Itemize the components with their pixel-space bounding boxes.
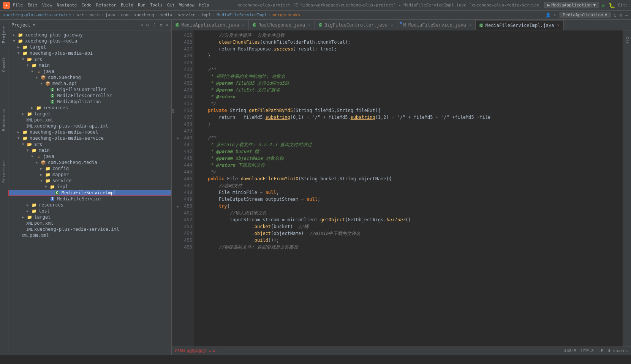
tab-RestResponse[interactable]: C RestResponse.java ✕ (249, 20, 315, 30)
sidebar-icon-close[interactable]: ✕ (166, 22, 168, 28)
sidebar-icon-locate[interactable]: ⊕ (141, 22, 143, 28)
code-line-453: .bucket(bucket) //桶 (197, 223, 620, 230)
tree-item-MediaFileServiceImpl[interactable]: CMediaFileServiceImpl (8, 190, 171, 196)
sidebar-icon-collapse[interactable]: ⊟ (146, 22, 149, 28)
tree-item-impl[interactable]: ▼📁impl (8, 184, 171, 190)
tree-item-resources1[interactable]: ▶📁resources (8, 105, 171, 111)
tree-item-iml2[interactable]: IMLxuecheng-plus-media-service.iml (8, 226, 171, 232)
menu-edit[interactable]: Edit (28, 3, 38, 8)
tree-item-main1[interactable]: ▼📁main (8, 62, 171, 68)
menu-bar[interactable]: FileEditViewNavigateCodeRefactorBuildRun… (13, 3, 209, 8)
tree-item-media-model[interactable]: ▶📁xuecheng-plus-media-model (8, 129, 171, 135)
menu-git[interactable]: Git (167, 3, 175, 8)
menu-refactor[interactable]: Refactor (96, 3, 116, 8)
tree-item-config[interactable]: ▶📁config (8, 165, 171, 172)
tree-item-resources2[interactable]: ▶📁resources (8, 202, 171, 208)
code-line-444: * @return 下载后的文件 (197, 162, 620, 169)
tree-item-MediaFileService[interactable]: IMediaFileService (8, 196, 171, 202)
tree-label-MediaFileService: MediaFileService (57, 196, 101, 202)
tab-MediaFileServiceImpl[interactable]: C MediaFileServiceImpl.java ✕ (476, 20, 564, 30)
menu-file[interactable]: File (13, 3, 23, 8)
run-config[interactable]: ▶MediaApplication▼ (544, 2, 599, 8)
tree-item-com-xuecheng-media[interactable]: ▼📦com.xuecheng.media (8, 159, 171, 165)
tree-item-MediaApplication[interactable]: CMediaApplication (8, 99, 171, 105)
bc-class[interactable]: MediaFileServiceImpl (217, 13, 267, 17)
tree-item-media[interactable]: ▼📁xuecheng-plus-media (8, 38, 171, 44)
toolbar-more[interactable]: ⋯ (625, 13, 628, 18)
sidebar-tree: ▶📁xuecheng-plus-gateway▼📁xuecheng-plus-m… (8, 30, 171, 355)
sidebar-icon-gear[interactable]: ⚙ (160, 22, 163, 28)
code-lines: //分发文件请注 分发文件总数 clearChunkFiles(chunkFil… (194, 30, 623, 252)
tree-item-gateway[interactable]: ▶📁xuecheng-plus-gateway (8, 32, 171, 38)
toolbar-reload[interactable]: ↻ (614, 13, 616, 18)
tree-item-com-xuecheng[interactable]: ▼📦com.xuecheng (8, 74, 171, 80)
menu-navigate[interactable]: Navigate (57, 3, 77, 8)
bc-impl[interactable]: impl (201, 13, 211, 17)
tree-label-media: xuecheng-plus-media (25, 38, 77, 44)
tree-label-com-xuecheng: com.xuecheng (48, 75, 81, 80)
code-line-448: File minioFile = null; (197, 189, 620, 196)
sidebar-icon-options[interactable]: ⋮ (152, 22, 157, 28)
gutter-line-451: 451 (172, 210, 194, 216)
menu-build[interactable]: Build (121, 3, 133, 8)
tree-item-media-api[interactable]: ▼📁xuecheng-plus-media-api (8, 50, 171, 56)
tree-item-MediaFilesController[interactable]: CMediaFilesController (8, 93, 171, 99)
run-config-dropdown[interactable]: MediaApplication ▼ (560, 12, 611, 18)
tree-item-java1[interactable]: ▼☕java (8, 68, 171, 74)
tab-project[interactable]: Project (0, 23, 8, 46)
tree-item-service[interactable]: ▼📁service (8, 178, 171, 184)
bc-xuecheng[interactable]: xuecheng (134, 13, 154, 17)
tree-item-media-service[interactable]: ▼📁xuecheng-plus-media-service (8, 135, 171, 141)
tree-item-java2[interactable]: ▼☕java (8, 153, 171, 159)
sidebar-dropdown[interactable]: ▼ (33, 23, 35, 27)
tree-icon-target3: 📁 (27, 214, 33, 220)
tree-item-test[interactable]: ▶📁test (8, 208, 171, 214)
code-line-455: .build()); (197, 237, 620, 244)
tree-item-target1[interactable]: ▶📁target (8, 44, 171, 50)
bc-service[interactable]: service (178, 13, 195, 17)
tree-item-BigFilesController[interactable]: CBigFilesController (8, 87, 171, 93)
run-button[interactable]: ▶ (602, 2, 605, 8)
tree-label-iml1: xuecheng-plus-media-api.iml (34, 123, 108, 129)
tab-structure[interactable]: Structure (0, 157, 8, 186)
code-line-441: * 从minio下载文件: 3.2.4.3 查询文件时讲过 (197, 141, 620, 148)
menu-window[interactable]: Window (179, 3, 195, 8)
tab-bookmarks[interactable]: Bookmarks (0, 106, 8, 134)
menu-tools[interactable]: Tools (150, 3, 163, 8)
debug-button[interactable]: 🐛 (609, 2, 615, 8)
tab-BigFilesController[interactable]: C BigFilesController.java ✕ (315, 20, 397, 30)
tab-MediaFileService[interactable]: M MediaFileService.java ✕ (397, 20, 476, 30)
code-line-426: clearChunkFiles(chunkFileFolderPath,chun… (197, 39, 620, 46)
tree-item-target2[interactable]: ▶📁target (8, 111, 171, 117)
bc-com[interactable]: com (121, 13, 128, 17)
tab-commit[interactable]: Commit (0, 54, 8, 75)
tree-item-mapper[interactable]: ▶📁mapper (8, 172, 171, 178)
tree-item-main2[interactable]: ▼📁main (8, 147, 171, 153)
tree-icon-mapper: 📁 (45, 172, 51, 177)
tree-item-pom3[interactable]: XMLpom.xml (8, 232, 171, 238)
menu-view[interactable]: View (42, 3, 52, 8)
tree-item-pom2[interactable]: XMLpom.xml (8, 220, 171, 226)
bc-src[interactable]: src (76, 13, 84, 17)
tab-MediaApplication[interactable]: C MediaApplication.java ✕ (172, 20, 249, 30)
breadcrumb-module[interactable]: xuecheng-plus-media-service (3, 13, 71, 17)
bc-main[interactable]: main (90, 13, 100, 17)
tree-arrow-config: ▶ (40, 167, 45, 170)
git-tab[interactable]: Git (623, 33, 631, 47)
tree-item-target3[interactable]: ▶📁target (8, 214, 171, 220)
bc-method[interactable]: mergechunks (272, 13, 300, 17)
bc-java[interactable]: java (105, 13, 115, 17)
menu-help[interactable]: Help (199, 3, 209, 8)
tree-item-iml1[interactable]: IMLxuecheng-plus-media-api.iml (8, 123, 171, 129)
toolbar-settings[interactable]: ⚙ (620, 13, 622, 18)
tree-item-src2[interactable]: ▼📂src (8, 141, 171, 147)
menu-code[interactable]: Code (81, 3, 92, 8)
tree-item-src1[interactable]: ▼📂src (8, 56, 171, 62)
menu-run[interactable]: Run (138, 3, 145, 8)
breadcrumb-icon-back[interactable]: ← (554, 13, 557, 17)
tree-item-media-api-pkg[interactable]: ▼📦media.api (8, 80, 171, 87)
code-scroll[interactable]: //分发文件请注 分发文件总数 clearChunkFiles(chunkFil… (194, 30, 623, 347)
bc-media[interactable]: media (160, 13, 172, 17)
tree-item-pom1[interactable]: XMLpom.xml (8, 117, 171, 123)
tree-label-test: test (39, 208, 50, 214)
